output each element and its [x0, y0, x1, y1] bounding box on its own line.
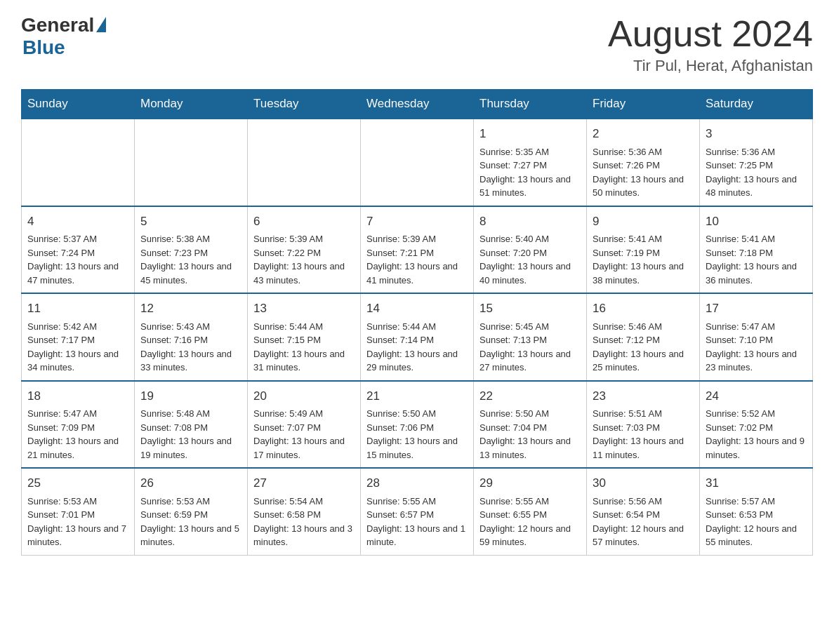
day-number: 13: [253, 300, 355, 318]
calendar-day-cell: 2Sunrise: 5:36 AM Sunset: 7:26 PM Daylig…: [587, 119, 700, 206]
day-of-week-header: Monday: [135, 90, 248, 119]
day-info: Sunrise: 5:50 AM Sunset: 7:04 PM Dayligh…: [479, 407, 581, 462]
calendar-day-cell: [22, 119, 135, 206]
day-info: Sunrise: 5:47 AM Sunset: 7:10 PM Dayligh…: [706, 320, 807, 375]
day-info: Sunrise: 5:47 AM Sunset: 7:09 PM Dayligh…: [27, 407, 128, 462]
day-info: Sunrise: 5:51 AM Sunset: 7:03 PM Dayligh…: [593, 407, 694, 462]
day-number: 26: [140, 474, 241, 492]
day-info: Sunrise: 5:49 AM Sunset: 7:07 PM Dayligh…: [253, 407, 355, 462]
calendar-day-cell: 21Sunrise: 5:50 AM Sunset: 7:06 PM Dayli…: [361, 381, 474, 469]
day-of-week-header: Tuesday: [248, 90, 361, 119]
day-info: Sunrise: 5:53 AM Sunset: 7:01 PM Dayligh…: [27, 495, 128, 549]
day-number: 18: [27, 387, 128, 405]
calendar-day-cell: 8Sunrise: 5:40 AM Sunset: 7:20 PM Daylig…: [474, 206, 587, 294]
day-info: Sunrise: 5:37 AM Sunset: 7:24 PM Dayligh…: [27, 232, 128, 287]
day-number: 2: [593, 125, 694, 143]
location-subtitle: Tir Pul, Herat, Afghanistan: [608, 57, 813, 75]
calendar-day-cell: 24Sunrise: 5:52 AM Sunset: 7:02 PM Dayli…: [700, 381, 813, 469]
day-number: 10: [706, 213, 807, 231]
day-number: 23: [593, 387, 694, 405]
calendar-week-row: 11Sunrise: 5:42 AM Sunset: 7:17 PM Dayli…: [22, 293, 813, 381]
calendar-day-cell: 14Sunrise: 5:44 AM Sunset: 7:14 PM Dayli…: [361, 293, 474, 381]
day-info: Sunrise: 5:41 AM Sunset: 7:18 PM Dayligh…: [706, 232, 807, 287]
day-info: Sunrise: 5:44 AM Sunset: 7:14 PM Dayligh…: [366, 320, 468, 375]
calendar-day-cell: 10Sunrise: 5:41 AM Sunset: 7:18 PM Dayli…: [700, 206, 813, 294]
calendar-day-cell: 28Sunrise: 5:55 AM Sunset: 6:57 PM Dayli…: [361, 468, 474, 555]
day-info: Sunrise: 5:38 AM Sunset: 7:23 PM Dayligh…: [140, 232, 241, 287]
day-info: Sunrise: 5:56 AM Sunset: 6:54 PM Dayligh…: [593, 495, 694, 549]
calendar-header-row: SundayMondayTuesdayWednesdayThursdayFrid…: [22, 90, 813, 119]
calendar-day-cell: 31Sunrise: 5:57 AM Sunset: 6:53 PM Dayli…: [700, 468, 813, 555]
day-info: Sunrise: 5:54 AM Sunset: 6:58 PM Dayligh…: [253, 495, 355, 549]
day-number: 3: [706, 125, 807, 143]
calendar-day-cell: 9Sunrise: 5:41 AM Sunset: 7:19 PM Daylig…: [587, 206, 700, 294]
day-number: 7: [366, 213, 468, 231]
calendar-day-cell: 25Sunrise: 5:53 AM Sunset: 7:01 PM Dayli…: [22, 468, 135, 555]
day-number: 1: [479, 125, 581, 143]
day-info: Sunrise: 5:39 AM Sunset: 7:22 PM Dayligh…: [253, 232, 355, 287]
logo-triangle-icon: [96, 17, 106, 32]
day-number: 24: [706, 387, 807, 405]
day-info: Sunrise: 5:55 AM Sunset: 6:55 PM Dayligh…: [479, 495, 581, 549]
logo-general-text: General: [21, 14, 94, 36]
calendar-day-cell: 23Sunrise: 5:51 AM Sunset: 7:03 PM Dayli…: [587, 381, 700, 469]
day-number: 27: [253, 474, 355, 492]
calendar-day-cell: 12Sunrise: 5:43 AM Sunset: 7:16 PM Dayli…: [135, 293, 248, 381]
calendar-day-cell: [135, 119, 248, 206]
day-info: Sunrise: 5:36 AM Sunset: 7:25 PM Dayligh…: [706, 145, 807, 200]
day-number: 8: [479, 213, 581, 231]
calendar-week-row: 1Sunrise: 5:35 AM Sunset: 7:27 PM Daylig…: [22, 119, 813, 206]
day-number: 28: [366, 474, 468, 492]
day-info: Sunrise: 5:42 AM Sunset: 7:17 PM Dayligh…: [27, 320, 128, 375]
calendar-day-cell: 3Sunrise: 5:36 AM Sunset: 7:25 PM Daylig…: [700, 119, 813, 206]
calendar-day-cell: 30Sunrise: 5:56 AM Sunset: 6:54 PM Dayli…: [587, 468, 700, 555]
calendar-day-cell: 27Sunrise: 5:54 AM Sunset: 6:58 PM Dayli…: [248, 468, 361, 555]
day-number: 9: [593, 213, 694, 231]
calendar-day-cell: 26Sunrise: 5:53 AM Sunset: 6:59 PM Dayli…: [135, 468, 248, 555]
day-info: Sunrise: 5:44 AM Sunset: 7:15 PM Dayligh…: [253, 320, 355, 375]
day-info: Sunrise: 5:43 AM Sunset: 7:16 PM Dayligh…: [140, 320, 241, 375]
day-info: Sunrise: 5:55 AM Sunset: 6:57 PM Dayligh…: [366, 495, 468, 549]
day-info: Sunrise: 5:46 AM Sunset: 7:12 PM Dayligh…: [593, 320, 694, 375]
calendar-day-cell: 18Sunrise: 5:47 AM Sunset: 7:09 PM Dayli…: [22, 381, 135, 469]
day-info: Sunrise: 5:52 AM Sunset: 7:02 PM Dayligh…: [706, 407, 807, 462]
calendar-day-cell: 7Sunrise: 5:39 AM Sunset: 7:21 PM Daylig…: [361, 206, 474, 294]
day-of-week-header: Saturday: [700, 90, 813, 119]
calendar-day-cell: [248, 119, 361, 206]
calendar-day-cell: 20Sunrise: 5:49 AM Sunset: 7:07 PM Dayli…: [248, 381, 361, 469]
day-number: 15: [479, 300, 581, 318]
day-info: Sunrise: 5:41 AM Sunset: 7:19 PM Dayligh…: [593, 232, 694, 287]
day-info: Sunrise: 5:57 AM Sunset: 6:53 PM Dayligh…: [706, 495, 807, 549]
calendar-week-row: 4Sunrise: 5:37 AM Sunset: 7:24 PM Daylig…: [22, 206, 813, 294]
day-of-week-header: Sunday: [22, 90, 135, 119]
calendar-week-row: 25Sunrise: 5:53 AM Sunset: 7:01 PM Dayli…: [22, 468, 813, 555]
day-number: 14: [366, 300, 468, 318]
calendar-week-row: 18Sunrise: 5:47 AM Sunset: 7:09 PM Dayli…: [22, 381, 813, 469]
calendar-day-cell: 29Sunrise: 5:55 AM Sunset: 6:55 PM Dayli…: [474, 468, 587, 555]
day-number: 5: [140, 213, 241, 231]
calendar-table: SundayMondayTuesdayWednesdayThursdayFrid…: [21, 89, 813, 556]
day-number: 11: [27, 300, 128, 318]
day-of-week-header: Friday: [587, 90, 700, 119]
day-info: Sunrise: 5:48 AM Sunset: 7:08 PM Dayligh…: [140, 407, 241, 462]
calendar-day-cell: 17Sunrise: 5:47 AM Sunset: 7:10 PM Dayli…: [700, 293, 813, 381]
day-number: 19: [140, 387, 241, 405]
calendar-day-cell: 4Sunrise: 5:37 AM Sunset: 7:24 PM Daylig…: [22, 206, 135, 294]
day-info: Sunrise: 5:35 AM Sunset: 7:27 PM Dayligh…: [479, 145, 581, 200]
day-number: 17: [706, 300, 807, 318]
day-number: 25: [27, 474, 128, 492]
calendar-day-cell: 11Sunrise: 5:42 AM Sunset: 7:17 PM Dayli…: [22, 293, 135, 381]
calendar-day-cell: 6Sunrise: 5:39 AM Sunset: 7:22 PM Daylig…: [248, 206, 361, 294]
day-number: 21: [366, 387, 468, 405]
day-number: 16: [593, 300, 694, 318]
day-info: Sunrise: 5:53 AM Sunset: 6:59 PM Dayligh…: [140, 495, 241, 549]
calendar-day-cell: 13Sunrise: 5:44 AM Sunset: 7:15 PM Dayli…: [248, 293, 361, 381]
title-section: August 2024 Tir Pul, Herat, Afghanistan: [608, 14, 813, 75]
calendar-day-cell: [361, 119, 474, 206]
logo: General Blue: [21, 14, 106, 59]
page-header: General Blue August 2024 Tir Pul, Herat,…: [21, 14, 813, 75]
day-number: 6: [253, 213, 355, 231]
day-number: 31: [706, 474, 807, 492]
day-info: Sunrise: 5:50 AM Sunset: 7:06 PM Dayligh…: [366, 407, 468, 462]
calendar-day-cell: 19Sunrise: 5:48 AM Sunset: 7:08 PM Dayli…: [135, 381, 248, 469]
